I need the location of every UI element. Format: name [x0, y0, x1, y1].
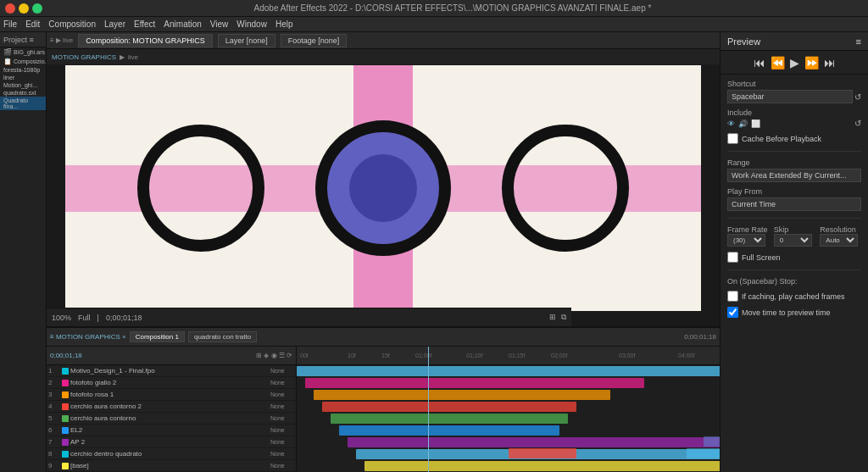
- circles-row: [65, 65, 701, 311]
- timecode-display: 0;00;01;18: [106, 314, 142, 322]
- cache-before-playback-checkbox[interactable]: [727, 133, 738, 144]
- grid-toggle[interactable]: ⊞: [549, 313, 556, 322]
- project-item[interactable]: 🎬 BIG_ghi.ars: [0, 47, 46, 57]
- if-caching-row: If caching, play cached frames: [727, 291, 861, 302]
- composition-canvas: [65, 65, 701, 311]
- step-back-button[interactable]: ⏪: [771, 56, 785, 69]
- menu-file[interactable]: File: [3, 19, 17, 29]
- layer-row[interactable]: 7 AP 2 None: [47, 436, 296, 448]
- layer-row[interactable]: 2 fotofoto giallo 2 None: [47, 377, 296, 389]
- layer-mode: None: [270, 368, 294, 374]
- step-forward-button[interactable]: ⏩: [804, 56, 819, 69]
- play-button[interactable]: ▶: [790, 56, 799, 69]
- include-reset-icon[interactable]: ↺: [854, 119, 861, 128]
- play-from-select[interactable]: Current Time: [727, 197, 861, 211]
- layer-name: EL2: [70, 426, 270, 434]
- skip-to-end-button[interactable]: ⏭: [824, 56, 836, 69]
- frame-rate-select[interactable]: (30): [727, 234, 765, 247]
- tab-layer[interactable]: Layer [none]: [218, 34, 275, 47]
- window-controls: [5, 3, 42, 14]
- time-01: 01;00f: [415, 353, 431, 358]
- full-screen-checkbox[interactable]: [727, 252, 738, 263]
- layer-tools: ⊞ ◈ ◉ ☰ ⟳: [256, 352, 292, 359]
- include-setting: Include 👁 🔊 ⬜ ↺: [727, 108, 861, 128]
- layer-color-swatch: [62, 415, 69, 422]
- minimize-button[interactable]: [19, 3, 29, 14]
- timeline: ≡ MOTION GRAPHICS × Composition 1 quadra…: [47, 326, 720, 472]
- preview-menu-icon[interactable]: ≡: [856, 36, 861, 47]
- layer-color-swatch: [62, 427, 69, 434]
- timeline-track-bar[interactable]: [322, 402, 576, 412]
- range-label: Range: [727, 158, 861, 167]
- menu-view[interactable]: View: [210, 19, 229, 29]
- menu-effect[interactable]: Effect: [134, 19, 155, 29]
- project-item[interactable]: 📋 Composizio...: [0, 57, 46, 66]
- menu-composition[interactable]: Composition: [48, 19, 96, 29]
- timecode-header: 0;00;01;18: [50, 352, 82, 359]
- layer-color-swatch: [62, 368, 69, 375]
- layer-row[interactable]: 4 cerchio aura contorno 2 None: [47, 401, 296, 413]
- resolution-select[interactable]: Auto: [820, 234, 858, 247]
- time-01-10: 01;10f: [466, 353, 482, 358]
- safe-zones[interactable]: ⧉: [561, 313, 566, 322]
- tab-motion-graphics[interactable]: Composition: MOTION GRAPHICS: [78, 34, 213, 47]
- project-item[interactable]: quadrato.sxt: [0, 89, 46, 97]
- overlays-icon[interactable]: ⬜: [751, 119, 760, 128]
- layer-mode: None: [270, 403, 294, 409]
- layer-row[interactable]: 3 fotofoto rosa 1 None: [47, 389, 296, 401]
- project-label: Project ≡: [3, 36, 34, 44]
- tab-footage[interactable]: Footage [none]: [281, 34, 348, 47]
- timeline-track-bar[interactable]: [314, 390, 610, 400]
- tab-quadrato[interactable]: quadrato con tratto: [188, 331, 257, 342]
- menu-help[interactable]: Help: [275, 19, 293, 29]
- quality-control[interactable]: Full: [78, 314, 91, 322]
- timeline-track-bar[interactable]: [339, 425, 559, 436]
- layer-mode: None: [270, 427, 294, 433]
- project-item[interactable]: liner: [0, 74, 46, 81]
- project-item[interactable]: Motion_ghi...: [0, 81, 46, 89]
- menu-edit[interactable]: Edit: [25, 19, 40, 29]
- play-from-label: Play From: [727, 187, 861, 196]
- menu-animation[interactable]: Animation: [164, 19, 201, 29]
- tab-composition1[interactable]: Composition 1: [130, 331, 185, 342]
- maximize-button[interactable]: [32, 3, 42, 14]
- tab-label: Composition: MOTION GRAPHICS: [86, 36, 205, 45]
- playhead[interactable]: [428, 347, 429, 472]
- breadcrumb-arrow: ▶: [120, 53, 125, 61]
- menu-layer[interactable]: Layer: [104, 19, 125, 29]
- preview-transport-controls: ⏮ ⏪ ▶ ⏩ ⏭: [721, 51, 868, 75]
- layer-number: 5: [48, 414, 62, 422]
- layer-row[interactable]: 8 cerchio dentro quadrato None: [47, 448, 296, 460]
- timeline-track-bar[interactable]: [305, 378, 644, 388]
- skip-select[interactable]: 0: [774, 234, 812, 247]
- layer-row[interactable]: 9 [base] None: [47, 460, 296, 472]
- layer-row[interactable]: 6 EL2 None: [47, 425, 296, 436]
- zoom-control[interactable]: 100%: [52, 314, 71, 322]
- on-stop-label: On (Spacebar) Stop:: [727, 277, 861, 286]
- project-item-selected[interactable]: Quadrato fina...: [0, 97, 46, 110]
- move-time-checkbox[interactable]: [727, 307, 738, 318]
- project-item[interactable]: foresta-1080p: [0, 66, 46, 74]
- divider1: [727, 151, 861, 152]
- audio-icon[interactable]: 🔊: [738, 119, 748, 128]
- close-button[interactable]: [5, 3, 15, 14]
- project-item-name: Quadrato fina...: [3, 97, 42, 109]
- shortcut-select[interactable]: Spacebar: [727, 90, 853, 103]
- resolution-label: Resolution: [820, 225, 856, 234]
- skip-label: Skip: [774, 225, 789, 234]
- skip-to-start-button[interactable]: ⏮: [754, 56, 765, 69]
- timeline-track-bar[interactable]: [297, 366, 720, 376]
- resolution-setting: Resolution Auto: [820, 225, 861, 247]
- if-caching-checkbox[interactable]: [727, 291, 738, 302]
- layer-row[interactable]: 1 Motivo_Design_1 - Final.fpo None: [47, 365, 296, 377]
- layer-name: fotofoto rosa 1: [70, 391, 270, 398]
- menu-window[interactable]: Window: [236, 19, 267, 29]
- timeline-track-bar[interactable]: [331, 414, 568, 424]
- layer-number: 8: [48, 450, 62, 458]
- layer-row[interactable]: 5 cerchio aura contorno None: [47, 413, 296, 425]
- range-select[interactable]: Work Area Extended By Current...: [727, 169, 861, 182]
- timeline-track-bar[interactable]: [348, 437, 720, 447]
- video-icon[interactable]: 👁: [727, 119, 735, 128]
- timeline-track-bar[interactable]: [364, 461, 720, 471]
- shortcut-reset-icon[interactable]: ↺: [854, 92, 861, 102]
